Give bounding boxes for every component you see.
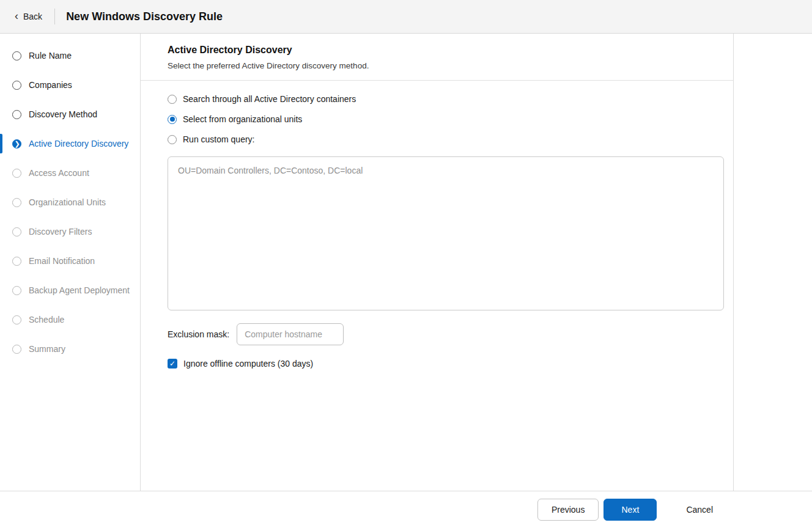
step-title: Active Directory Discovery bbox=[168, 45, 706, 56]
sidebar-step-companies[interactable]: Companies bbox=[0, 70, 140, 100]
radio-label: Select from organizational units bbox=[183, 114, 302, 124]
radio-selected-icon bbox=[168, 115, 177, 124]
option-run-custom-query[interactable]: Run custom query: bbox=[168, 134, 706, 144]
next-button[interactable]: Next bbox=[603, 499, 657, 521]
step-label: Email Notification bbox=[29, 256, 95, 266]
radio-icon bbox=[168, 95, 177, 104]
step-radio-icon bbox=[12, 315, 21, 324]
ignore-offline-computers-checkbox-row[interactable]: ✓ Ignore offline computers (30 days) bbox=[168, 359, 706, 369]
exclusion-mask-input[interactable] bbox=[237, 323, 344, 345]
option-select-from-organizational-units[interactable]: Select from organizational units bbox=[168, 114, 706, 124]
back-button[interactable]: ‹ Back bbox=[0, 0, 54, 33]
step-label: Summary bbox=[29, 344, 65, 354]
checkbox-checked-icon[interactable]: ✓ bbox=[168, 359, 177, 369]
step-radio-icon bbox=[12, 286, 21, 295]
wizard-footer: Previous Next Cancel bbox=[0, 491, 812, 528]
step-main-panel: Active Directory Discovery Select the pr… bbox=[141, 34, 734, 491]
sidebar-step-backup-agent-deployment[interactable]: Backup Agent Deployment bbox=[0, 276, 140, 305]
step-label: Rule Name bbox=[29, 51, 72, 61]
sidebar-step-rule-name[interactable]: Rule Name bbox=[0, 41, 140, 70]
step-radio-icon bbox=[12, 110, 21, 119]
step-radio-icon bbox=[12, 169, 21, 178]
step-radio-icon bbox=[12, 227, 21, 237]
wizard-content: Rule Name Companies Discovery Method ❯ A… bbox=[0, 34, 812, 491]
wizard-steps-sidebar: Rule Name Companies Discovery Method ❯ A… bbox=[0, 34, 141, 491]
step-label: Companies bbox=[29, 80, 72, 90]
checkbox-label: Ignore offline computers (30 days) bbox=[183, 359, 313, 369]
previous-button[interactable]: Previous bbox=[537, 499, 599, 521]
sidebar-step-discovery-method[interactable]: Discovery Method bbox=[0, 100, 140, 129]
step-radio-icon bbox=[12, 198, 21, 207]
right-gutter bbox=[734, 34, 812, 491]
radio-label: Search through all Active Directory cont… bbox=[183, 94, 356, 104]
step-radio-icon bbox=[12, 257, 21, 266]
step-label: Discovery Method bbox=[29, 109, 97, 119]
cancel-button[interactable]: Cancel bbox=[673, 499, 726, 521]
step-label: Discovery Filters bbox=[29, 227, 92, 237]
step-radio-icon bbox=[12, 81, 21, 90]
step-label: Access Account bbox=[29, 168, 89, 178]
step-active-chevron-icon: ❯ bbox=[12, 139, 21, 148]
step-label: Backup Agent Deployment bbox=[29, 285, 130, 295]
sidebar-step-active-directory-discovery[interactable]: ❯ Active Directory Discovery bbox=[0, 129, 140, 158]
sidebar-step-email-notification[interactable]: Email Notification bbox=[0, 246, 140, 276]
page-title: New Windows Discovery Rule bbox=[66, 10, 223, 23]
step-label: Organizational Units bbox=[29, 197, 106, 207]
sidebar-step-schedule[interactable]: Schedule bbox=[0, 305, 140, 334]
sidebar-step-discovery-filters[interactable]: Discovery Filters bbox=[0, 217, 140, 246]
wizard-header: ‹ Back New Windows Discovery Rule bbox=[0, 0, 812, 34]
sidebar-step-organizational-units[interactable]: Organizational Units bbox=[0, 188, 140, 217]
header-divider bbox=[54, 9, 55, 24]
sidebar-step-summary[interactable]: Summary bbox=[0, 334, 140, 364]
step-label: Active Directory Discovery bbox=[29, 139, 128, 148]
option-search-all-containers[interactable]: Search through all Active Directory cont… bbox=[168, 94, 706, 104]
step-subtitle: Select the preferred Active Directory di… bbox=[168, 61, 706, 80]
radio-icon bbox=[168, 135, 177, 144]
step-radio-icon bbox=[12, 345, 21, 354]
step-radio-icon bbox=[12, 51, 21, 61]
back-chevron-icon: ‹ bbox=[15, 10, 18, 21]
step-header: Active Directory Discovery Select the pr… bbox=[141, 34, 733, 80]
step-label: Schedule bbox=[29, 315, 64, 324]
exclusion-mask-row: Exclusion mask: bbox=[168, 323, 706, 345]
custom-query-textarea[interactable] bbox=[168, 156, 724, 310]
radio-label: Run custom query: bbox=[183, 134, 255, 144]
back-button-label: Back bbox=[23, 12, 42, 21]
sidebar-step-access-account[interactable]: Access Account bbox=[0, 158, 140, 188]
step-body: Search through all Active Directory cont… bbox=[141, 81, 733, 369]
exclusion-mask-label: Exclusion mask: bbox=[168, 329, 229, 339]
